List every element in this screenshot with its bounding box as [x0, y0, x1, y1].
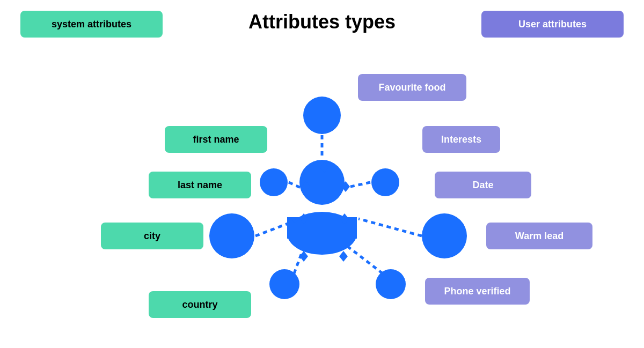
attr-phone-verified: Phone verified — [425, 278, 530, 305]
attr-last-name: last name — [149, 172, 251, 198]
attr-favourite-food: Favourite food — [358, 74, 466, 101]
attr-date: Date — [435, 172, 531, 198]
svg-marker-20 — [341, 181, 350, 192]
attr-country: country — [149, 291, 251, 318]
svg-point-7 — [376, 269, 406, 299]
svg-marker-22 — [339, 251, 348, 262]
user-attributes-badge: User attributes — [481, 11, 624, 38]
svg-line-15 — [289, 182, 301, 188]
svg-point-6 — [269, 269, 299, 299]
svg-point-1 — [287, 212, 357, 255]
diagram-lines — [0, 0, 644, 348]
attr-warm-lead: Warm lead — [486, 223, 592, 249]
svg-rect-2 — [287, 217, 357, 239]
svg-line-16 — [346, 182, 370, 188]
svg-point-8 — [260, 168, 288, 196]
system-attributes-badge: system attributes — [20, 11, 163, 38]
attr-interests: Interests — [422, 126, 500, 153]
svg-point-5 — [422, 213, 467, 258]
svg-marker-17 — [299, 213, 308, 224]
svg-line-11 — [255, 219, 301, 236]
svg-marker-18 — [340, 213, 349, 224]
svg-line-12 — [358, 219, 422, 236]
page-title: Attributes types — [248, 11, 396, 33]
svg-point-3 — [303, 97, 341, 134]
svg-point-4 — [209, 213, 254, 258]
svg-point-9 — [371, 168, 399, 196]
svg-line-14 — [345, 245, 383, 273]
attr-first-name: first name — [165, 126, 267, 153]
svg-point-0 — [299, 160, 345, 205]
svg-marker-19 — [302, 181, 310, 192]
attr-city: city — [101, 223, 203, 249]
svg-line-13 — [294, 245, 305, 273]
svg-marker-21 — [299, 251, 308, 262]
svg-marker-23 — [320, 162, 328, 173]
